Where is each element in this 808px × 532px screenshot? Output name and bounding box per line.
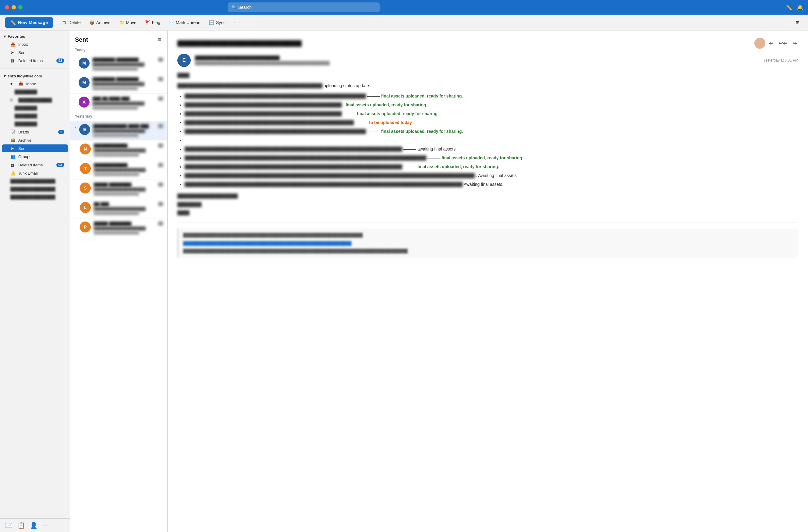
email-timestamp: Yesterday at 6:01 PM: [764, 58, 798, 62]
email-item-5[interactable]: N ████████████ ████████████████████ ████…: [70, 141, 167, 160]
bullet-6: [185, 137, 798, 144]
sidebar-item-sent-favorites[interactable]: ➤ Sent: [2, 49, 68, 56]
contacts-bottom-icon[interactable]: 👤: [30, 521, 37, 529]
move-button[interactable]: 📁 Move: [115, 18, 140, 27]
quoted-line-3: ████████████████████████████████████████…: [183, 248, 793, 254]
deleted-sidebar-label: Deleted Items: [18, 163, 43, 167]
subject-9: ████████████████████: [94, 226, 155, 231]
expand-button[interactable]: ⊞: [792, 18, 803, 27]
email-item-4[interactable]: ▾ E ████████████ ████ ███ ██████████████…: [70, 121, 167, 141]
sidebar-item-groups[interactable]: 👥 Groups: [2, 153, 68, 161]
bullet-8: ████████████████████████████████████████…: [185, 155, 798, 161]
time-3: ██: [158, 97, 163, 100]
forward-button[interactable]: ↪: [791, 39, 798, 48]
junk-label: Junk Email: [18, 171, 38, 176]
subitem5-label: ████████: [15, 122, 37, 126]
flag-button[interactable]: 🚩 Flag: [141, 18, 164, 27]
sender-8: ██ ███: [94, 202, 155, 206]
sidebar-extra-3[interactable]: ████████████████: [2, 193, 68, 201]
extra1-label: ████████████████: [11, 179, 55, 183]
email-item-6[interactable]: T ████████████ ████████████████████ ████…: [70, 160, 167, 180]
reply-button[interactable]: ↩: [768, 39, 775, 48]
sidebar-extra-1[interactable]: ████████████████: [2, 177, 68, 185]
notification-icon[interactable]: 🔔: [797, 4, 803, 11]
avatar-9: P: [80, 221, 91, 233]
calendar-bottom-icon[interactable]: 📋: [17, 521, 25, 529]
move-label: Move: [126, 20, 136, 25]
time-4: ██: [158, 124, 163, 128]
sender-3: ███ ██ ████ ███: [93, 97, 155, 101]
footer-line-2: ████████: [177, 201, 798, 208]
email-item-1[interactable]: › M ████████ ████████ ██████████████████…: [70, 55, 167, 74]
more-bottom-icon[interactable]: ···: [42, 522, 48, 529]
subject-2: ████████████████████: [93, 82, 155, 86]
subject-5: ████████████████████: [94, 148, 155, 153]
time-5: ██: [158, 144, 163, 147]
sidebar-item-drafts[interactable]: 📝 Drafts 2: [2, 128, 68, 136]
favorites-header[interactable]: ▾ Favorites: [0, 33, 70, 40]
flag-icon: 🚩: [145, 20, 150, 25]
bullet-7-visible: awaiting final assets.: [417, 147, 457, 151]
preview-6: ███████████████████: [94, 172, 155, 176]
time-1: ██: [158, 58, 163, 61]
sidebar-item-account-inbox[interactable]: ▾ 📥 Inbox: [2, 80, 68, 88]
sidebar-item-deleted-favorites[interactable]: 🗑 Deleted Items 93: [2, 57, 68, 65]
bullet-5-blurred: ████████████████████████████████████████…: [185, 129, 366, 134]
deleted-favorites-label: Deleted Items: [18, 58, 43, 63]
preview-8: ███████████████████: [94, 212, 155, 215]
toolbar: ✏️ New Message 🗑 Delete 📦 Archive 📁 Move…: [0, 15, 808, 31]
search-bar[interactable]: 🔍 Search: [227, 2, 380, 12]
inbox-icon: 📥: [11, 42, 16, 47]
email-item-7[interactable]: S █████ ████████ ████████████████████ ██…: [70, 180, 167, 199]
sidebar-subitem-1[interactable]: ████████: [2, 88, 68, 96]
mark-unread-button[interactable]: ✉️ Mark Unread: [165, 18, 204, 27]
more-button[interactable]: ···: [230, 18, 241, 27]
sidebar-subitem-2[interactable]: ▾ ████████████: [2, 96, 68, 104]
sidebar-bottom: ✉️ 📋 👤 ···: [0, 518, 70, 532]
email-item-2[interactable]: › M ████████ ████████ ██████████████████…: [70, 74, 167, 94]
sidebar-item-archive[interactable]: 📦 Archive: [2, 136, 68, 144]
subject-1: ████████████████████: [93, 62, 155, 67]
email-item-8[interactable]: L ██ ███ ████████████████████ ██████████…: [70, 199, 167, 218]
maximize-button[interactable]: [18, 5, 22, 10]
intro-blurred: ████████████████████████████████████████…: [177, 83, 322, 88]
delete-button[interactable]: 🗑 Delete: [58, 18, 84, 27]
mail-bottom-icon[interactable]: ✉️: [5, 521, 13, 529]
sidebar-item-inbox-favorites[interactable]: 📥 Inbox: [2, 40, 68, 48]
archive-button[interactable]: 📦 Archive: [86, 18, 114, 27]
bullet-11-blurred: ████████████████████████████████████████…: [185, 182, 463, 187]
compose-icon[interactable]: ✏️: [786, 4, 792, 11]
subject-6: ████████████████████: [94, 168, 155, 172]
sync-button[interactable]: 🔄 Sync: [205, 18, 229, 27]
email-item-9[interactable]: P █████ ████████ ████████████████████ ██…: [70, 218, 167, 238]
filter-button[interactable]: ≡: [157, 35, 162, 44]
sidebar-extra-2[interactable]: ████████████████: [2, 185, 68, 193]
bullet-7-blurred: ████████████████████████████████████████…: [185, 147, 402, 151]
delete-label: Delete: [68, 20, 80, 25]
preview-9: ███████████████████: [94, 231, 155, 235]
sidebar-subitem-5[interactable]: ████████: [2, 120, 68, 128]
meta-6: ██: [158, 163, 163, 167]
avatar-3: A: [79, 97, 90, 108]
sidebar-item-deleted[interactable]: 🗑 Deleted Items 93: [2, 161, 68, 169]
drafts-badge: 2: [58, 130, 64, 134]
bullet-5: ████████████████████████████████████████…: [185, 128, 798, 135]
close-button[interactable]: [5, 5, 9, 10]
deleted-sidebar-badge: 93: [56, 163, 64, 167]
sidebar-subitem-4[interactable]: ████████: [2, 112, 68, 120]
email-tag-line: ████: [177, 72, 798, 79]
sync-icon: 🔄: [209, 20, 214, 25]
time-7: ██: [158, 183, 163, 186]
minimize-button[interactable]: [12, 5, 16, 10]
new-message-button[interactable]: ✏️ New Message: [5, 17, 53, 28]
reply-all-button[interactable]: ↩↩: [777, 39, 789, 48]
yesterday-label: Yesterday: [70, 113, 167, 121]
sidebar-item-junk[interactable]: ⚠️ Junk Email: [2, 169, 68, 177]
account-label: enzo.luo@nike.com: [7, 74, 42, 78]
email-item-3[interactable]: › A ███ ██ ████ ███ ████████████████████…: [70, 94, 167, 113]
email-footer: ████████████████████ ████████ ████: [177, 192, 798, 216]
account-header[interactable]: ▾ enzo.luo@nike.com: [0, 73, 70, 79]
sidebar-item-sent[interactable]: ➤ Sent: [2, 144, 68, 152]
sidebar-subitem-3[interactable]: ████████: [2, 104, 68, 112]
email-list-header: Sent ≡: [70, 31, 167, 47]
